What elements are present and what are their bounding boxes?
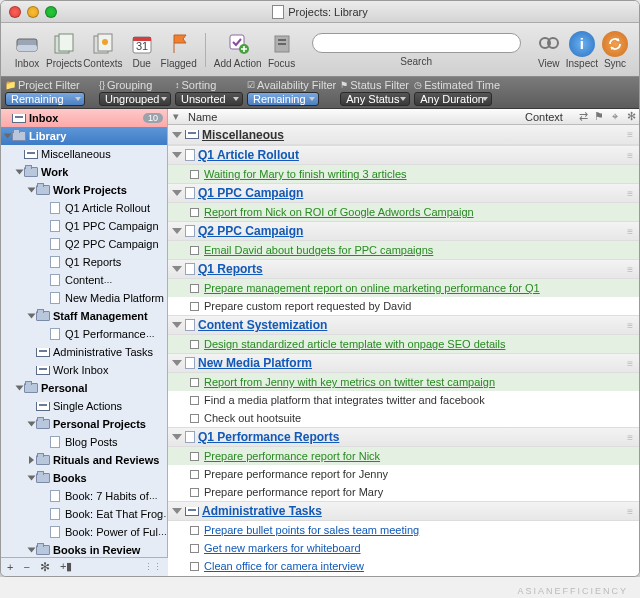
search-input[interactable]	[312, 33, 521, 53]
task-row[interactable]: Check out hootsuite	[168, 409, 639, 427]
disclosure-triangle-icon[interactable]	[172, 190, 182, 196]
checkbox[interactable]	[190, 414, 199, 423]
task-text[interactable]: Report from Nick on ROI of Google Adword…	[204, 206, 474, 218]
focus-button[interactable]: Focus	[264, 27, 300, 73]
sidebar-library[interactable]: Library	[1, 127, 167, 145]
drag-handle-icon[interactable]: ≡	[627, 320, 632, 331]
checkbox[interactable]	[190, 208, 199, 217]
projects-button[interactable]: Projects	[46, 27, 82, 73]
group-title[interactable]: New Media Platform	[198, 356, 312, 370]
view-button[interactable]: View	[533, 27, 565, 73]
drag-handle-icon[interactable]: ≡	[627, 358, 632, 369]
task-row[interactable]: Find a media platform that integrates tw…	[168, 391, 639, 409]
sidebar-staff-management[interactable]: Staff Management	[1, 307, 167, 325]
checkbox[interactable]	[190, 452, 199, 461]
disclosure-column-icon[interactable]: ▾	[168, 110, 184, 123]
checkbox[interactable]	[190, 340, 199, 349]
col-flag-icon[interactable]: ⚑	[591, 110, 607, 123]
sidebar-work-inbox[interactable]: Work Inbox	[1, 361, 167, 379]
sidebar[interactable]: Inbox10LibraryMiscellaneousWorkWork Proj…	[1, 109, 168, 557]
checkbox[interactable]	[190, 302, 199, 311]
group-header[interactable]: Q1 PPC Campaign≡	[168, 183, 639, 203]
task-row[interactable]: Report from Jenny with key metrics on tw…	[168, 373, 639, 391]
sidebar-miscellaneous[interactable]: Miscellaneous	[1, 145, 167, 163]
drag-handle-icon[interactable]: ≡	[627, 129, 632, 140]
flagged-button[interactable]: Flagged	[161, 27, 197, 73]
contexts-button[interactable]: Contexts	[83, 27, 122, 73]
inspect-button[interactable]: iInspect	[566, 27, 598, 73]
disclosure-triangle-icon[interactable]	[172, 434, 182, 440]
task-text[interactable]: Prepare management report on online mark…	[204, 282, 540, 294]
disclosure-triangle-icon[interactable]	[172, 266, 182, 272]
sidebar-work-project-5[interactable]: New Media Platform	[1, 289, 167, 307]
availability-filter-select[interactable]: Remaining	[247, 92, 319, 106]
drag-handle-icon[interactable]: ≡	[627, 226, 632, 237]
group-header[interactable]: Administrative Tasks≡	[168, 501, 639, 521]
sidebar-books-review[interactable]: Books in Review	[1, 541, 167, 557]
sidebar-books[interactable]: Books	[1, 469, 167, 487]
group-header[interactable]: New Media Platform≡	[168, 353, 639, 373]
context-column[interactable]: Context	[525, 111, 575, 123]
checkbox[interactable]	[190, 284, 199, 293]
group-header[interactable]: Miscellaneous≡	[168, 125, 639, 145]
disclosure-triangle-icon[interactable]	[172, 360, 182, 366]
col-gear-icon[interactable]: ✻	[623, 110, 639, 123]
task-row[interactable]: Prepare performance report for Nick	[168, 447, 639, 465]
sorting-select[interactable]: Unsorted	[175, 92, 243, 106]
group-title[interactable]: Content Systemization	[198, 318, 327, 332]
task-text[interactable]: Report from Jenny with key metrics on tw…	[204, 376, 495, 388]
sidebar-personal-projects[interactable]: Personal Projects	[1, 415, 167, 433]
sidebar-work[interactable]: Work	[1, 163, 167, 181]
task-row[interactable]: Report from Nick on ROI of Google Adword…	[168, 203, 639, 221]
disclosure-triangle-icon[interactable]	[172, 322, 182, 328]
sidebar-work-project-3[interactable]: Q1 Reports	[1, 253, 167, 271]
group-title[interactable]: Q1 Reports	[198, 262, 263, 276]
checkbox[interactable]	[190, 526, 199, 535]
group-title[interactable]: Q1 PPC Campaign	[198, 186, 303, 200]
project-filter-select[interactable]: Remaining	[5, 92, 85, 106]
group-header[interactable]: Q1 Performance Reports≡	[168, 427, 639, 447]
task-text[interactable]: Prepare bullet points for sales team mee…	[204, 524, 419, 536]
task-text[interactable]: Design standardized article template wit…	[204, 338, 505, 350]
sync-button[interactable]: Sync	[599, 27, 631, 73]
checkbox[interactable]	[190, 378, 199, 387]
inbox-button[interactable]: Inbox	[9, 27, 45, 73]
sidebar-work-project-2[interactable]: Q2 PPC Campaign	[1, 235, 167, 253]
drag-handle-icon[interactable]: ≡	[627, 506, 632, 517]
checkbox[interactable]	[190, 170, 199, 179]
sidebar-rituals[interactable]: Rituals and Reviews	[1, 451, 167, 469]
checkbox[interactable]	[190, 396, 199, 405]
due-button[interactable]: 31Due	[124, 27, 160, 73]
task-row[interactable]: Prepare management report on online mark…	[168, 279, 639, 297]
checkbox[interactable]	[190, 470, 199, 479]
task-list[interactable]: Miscellaneous≡Q1 Article Rollout≡Waiting…	[168, 125, 639, 576]
group-header[interactable]: Q1 Article Rollout≡	[168, 145, 639, 165]
task-row[interactable]: Clean office for camera interview	[168, 557, 639, 575]
sidebar-work-projects[interactable]: Work Projects	[1, 181, 167, 199]
task-row[interactable]: Prepare performance report for Jenny	[168, 465, 639, 483]
drag-handle-icon[interactable]: ≡	[627, 264, 632, 275]
checkbox[interactable]	[190, 488, 199, 497]
group-title[interactable]: Q1 Performance Reports	[198, 430, 339, 444]
col-icon-3[interactable]: ⌖	[607, 110, 623, 123]
task-text[interactable]: Waiting for Mary to finish writing 3 art…	[204, 168, 407, 180]
sidebar-book-0[interactable]: Book: 7 Habits of…	[1, 487, 167, 505]
task-row[interactable]: Get new markers for whiteboard	[168, 539, 639, 557]
drag-handle-icon[interactable]: ≡	[627, 150, 632, 161]
sidebar-book-1[interactable]: Book: Eat That Frog…	[1, 505, 167, 523]
add-action-button[interactable]: Add Action	[214, 27, 262, 73]
task-row[interactable]: Design standardized article template wit…	[168, 335, 639, 353]
grouping-select[interactable]: Ungrouped	[99, 92, 171, 106]
sidebar-work-project-1[interactable]: Q1 PPC Campaign	[1, 217, 167, 235]
group-header[interactable]: Content Systemization≡	[168, 315, 639, 335]
group-title[interactable]: Q1 Article Rollout	[198, 148, 299, 162]
sidebar-personal[interactable]: Personal	[1, 379, 167, 397]
disclosure-triangle-icon[interactable]	[172, 132, 182, 138]
group-header[interactable]: Q2 PPC Campaign≡	[168, 221, 639, 241]
task-row[interactable]: Prepare custom report requested by David	[168, 297, 639, 315]
drag-handle-icon[interactable]: ≡	[627, 188, 632, 199]
group-header[interactable]: Q1 Reports≡	[168, 259, 639, 279]
gear-icon[interactable]: ✻	[40, 560, 50, 574]
disclosure-triangle-icon[interactable]	[172, 228, 182, 234]
sidebar-inbox[interactable]: Inbox10	[1, 109, 167, 127]
